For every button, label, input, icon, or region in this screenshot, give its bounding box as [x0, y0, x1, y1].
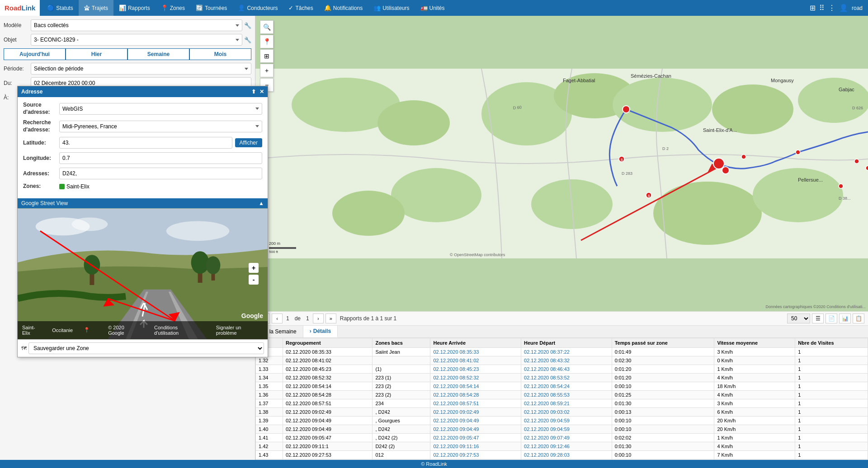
table-export-list[interactable]: ☰ [812, 314, 824, 323]
svg-point-22 [798, 78, 868, 123]
svg-point-40 [866, 166, 868, 170]
save-zone-icon: 🗺 [21, 345, 27, 351]
map-pin-button[interactable]: 📍 [260, 35, 274, 48]
table-export-pdf[interactable]: 📄 [826, 314, 837, 323]
data-table: Ne Regroupement Zones bacs Heure Arrivée… [255, 338, 868, 468]
address-modal-collapse-icon[interactable]: ⬆ [251, 89, 256, 95]
nav-taches[interactable]: ✓ Tâches [283, 0, 318, 16]
table-row[interactable]: 1.3502.12.2020 08:54:14223 (2)02.12.2020… [256, 382, 868, 391]
cell-arrivee: 02.12.2020 08:54:28 [430, 391, 521, 399]
nav-conducteurs[interactable]: 👤 Conducteurs [232, 0, 283, 16]
cell-regroupement: 02.12.2020 08:57:51 [283, 399, 372, 408]
table-area: « ‹ 1 de 1 › » Rapports de 1 à 1 sur 1 5… [255, 311, 868, 468]
cell-depart: 02.12.2020 09:28:03 [521, 451, 612, 459]
btn-hier[interactable]: Hier [66, 48, 127, 60]
table-row[interactable]: 1.4302.12.2020 09:27:5301202.12.2020 09:… [256, 451, 868, 459]
zones-row: Zones: Saint-Elix [23, 183, 262, 190]
svg-text:D 626: D 626 [852, 106, 863, 110]
cell-ne: 1.43 [256, 451, 283, 459]
sv-signaler[interactable]: Signaler un problème [216, 325, 263, 336]
table-export-xls[interactable]: 📊 [839, 314, 851, 323]
sv-copyright: © 2020 Google [108, 325, 142, 336]
table-page-de: 1 [284, 315, 291, 322]
address-modal-close-icon[interactable]: ✕ [259, 89, 264, 95]
cell-temps: 0:00:13 [612, 408, 714, 417]
table-row[interactable]: 1.3402.12.2020 08:52:32223 (1)02.12.2020… [256, 374, 868, 382]
afficher-button[interactable]: Afficher [235, 138, 262, 147]
nav-zones[interactable]: 📍 Zones [156, 0, 190, 16]
cell-temps: 0:01:30 [612, 399, 714, 408]
objet-select[interactable]: 3- ECONIC-1829 - [31, 34, 242, 46]
cell-ne: 1.34 [256, 374, 283, 382]
table-row[interactable]: 1.3902.12.2020 09:04:49, Gourgues02.12.2… [256, 417, 868, 425]
nav-tournees[interactable]: 🔄 Tournées [190, 0, 232, 16]
modele-select[interactable]: Bacs collectés [31, 19, 242, 31]
cell-depart: 02.12.2020 09:03:02 [521, 408, 612, 417]
nav-statuts[interactable]: 🔵 Statuts [42, 0, 78, 16]
objet-wrench-icon[interactable]: 🔧 [244, 37, 251, 43]
map-layers-icon[interactable]: ⊞ [810, 4, 816, 12]
more-icon[interactable]: ⋮ [828, 4, 835, 12]
cell-temps: 0:02:02 [612, 434, 714, 442]
cell-vitesse: 6 Km/h [714, 408, 795, 417]
map-layers-button[interactable]: ⊞ [260, 49, 274, 63]
table-next-page[interactable]: › [313, 314, 324, 323]
street-view-collapse-icon[interactable]: ▲ [259, 200, 264, 206]
user-icon[interactable]: 👤 [839, 4, 848, 12]
latitude-row: Latitude: Afficher [23, 137, 262, 149]
table-row[interactable]: 1.3302.12.2020 08:45:23(1)02.12.2020 08:… [256, 365, 868, 374]
table-prev-page[interactable]: ‹ [272, 314, 283, 323]
table-row[interactable]: 1.3202.12.2020 08:41:0202.12.2020 08:41:… [256, 356, 868, 365]
svg-point-2 [72, 217, 108, 231]
latitude-input[interactable] [59, 137, 232, 149]
grid-icon[interactable]: ⠿ [819, 4, 825, 12]
logo[interactable]: RoadLink [0, 0, 40, 16]
address-modal: Adresse ⬆ ✕ Sourced'adresse: WebGIS Rech… [17, 86, 268, 357]
map-view[interactable]: S S Faget-Abbatial Sémézies-Cachan Monga… [255, 16, 868, 311]
btn-aujourd-hui[interactable]: Aujourd'hui [4, 48, 66, 60]
cell-zones: , Gourgues [373, 417, 430, 425]
nav-notifications[interactable]: 🔔 Notifications [319, 0, 368, 16]
table-body: 1.3102.12.2020 08:35:33Saiint Jean02.12.… [256, 348, 868, 468]
report-tabs: de la Semaine › Détails [255, 326, 868, 338]
map-search-button[interactable]: 🔍 [260, 20, 274, 34]
nav-trajets[interactable]: 🛣 Trajets [79, 0, 113, 16]
unites-icon: 🚛 [420, 5, 428, 11]
table-row[interactable]: 1.4102.12.2020 09:05:47, D242 (2)02.12.2… [256, 434, 868, 442]
cell-depart: 02.12.2020 08:55:53 [521, 391, 612, 399]
table-row[interactable]: 1.3602.12.2020 08:54:28223 (2)02.12.2020… [256, 391, 868, 399]
svg-point-23 [391, 168, 481, 222]
table-row[interactable]: 1.4002.12.2020 09:04:49, D24202.12.2020 … [256, 425, 868, 434]
cell-visites: 1 [795, 374, 868, 382]
table-page-size-select[interactable]: 50 10 25 100 [787, 314, 810, 323]
tab-details[interactable]: › Détails [303, 326, 338, 337]
table-export-csv[interactable]: 📋 [853, 314, 864, 323]
cell-regroupement: 02.12.2020 08:54:14 [283, 382, 372, 391]
nav-utilisateurs[interactable]: 👥 Utilisateurs [368, 0, 415, 16]
source-select[interactable]: WebGIS [59, 103, 262, 115]
btn-semaine[interactable]: Semaine [127, 48, 189, 60]
map-zoom-in-button[interactable]: + [260, 64, 274, 77]
nav-rapports[interactable]: 📊 Rapports [113, 0, 156, 16]
recherche-select[interactable]: Midi-Pyrenees, France [59, 121, 262, 132]
periode-select[interactable]: Sélection de période [31, 63, 251, 75]
table-row[interactable]: 1.3802.12.2020 09:02:49, D24202.12.2020 … [256, 408, 868, 417]
adresse-input[interactable] [59, 168, 262, 179]
save-zone-select[interactable]: Sauvegarder une Zone [28, 342, 264, 354]
btn-mois[interactable]: Mois [189, 48, 251, 60]
cell-vitesse: 4 Km/h [714, 374, 795, 382]
sv-zoom-out[interactable]: - [249, 275, 259, 285]
rapports-icon: 📊 [119, 5, 126, 11]
table-scroll-area[interactable]: Ne Regroupement Zones bacs Heure Arrivée… [255, 338, 868, 468]
table-row[interactable]: 1.3102.12.2020 08:35:33Saiint Jean02.12.… [256, 348, 868, 356]
sv-zoom-in[interactable]: + [249, 263, 259, 273]
table-row[interactable]: 1.3702.12.2020 08:57:5123402.12.2020 08:… [256, 399, 868, 408]
nav-unites[interactable]: 🚛 Unités [415, 0, 450, 16]
longitude-input[interactable] [59, 152, 262, 164]
table-row[interactable]: 1.4202.12.2020 09:11:1D242 (2)02.12.2020… [256, 442, 868, 451]
cell-vitesse: 7 Km/h [714, 451, 795, 459]
modele-wrench-icon[interactable]: 🔧 [244, 22, 251, 29]
sv-conditions[interactable]: Conditions d'utilisation [154, 325, 203, 336]
table-last-page[interactable]: » [326, 314, 336, 323]
cell-depart: 02.12.2020 08:59:21 [521, 399, 612, 408]
